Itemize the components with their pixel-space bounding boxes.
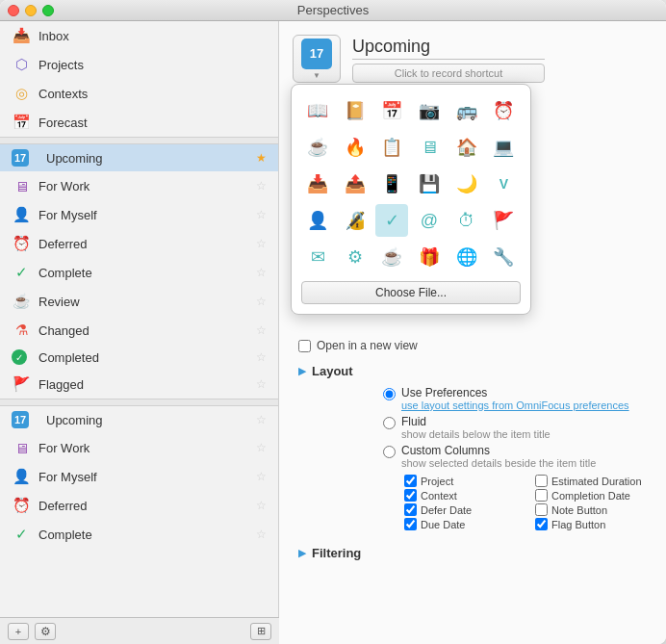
open-in-new-view-checkbox[interactable] [298, 340, 311, 352]
star-completed2[interactable]: ☆ [256, 350, 267, 364]
icon-cell-gift[interactable]: 🎁 [413, 241, 446, 273]
sidebar-item-inbox[interactable]: 📥 Inbox [0, 21, 278, 50]
close-button[interactable] [8, 5, 19, 16]
icon-cell-globe[interactable]: 🌐 [450, 241, 483, 273]
star-changed[interactable]: ☆ [256, 323, 267, 337]
star-deferred[interactable]: ☆ [256, 237, 267, 250]
star-forwork[interactable]: ☆ [256, 179, 267, 193]
sidebar-item-formyself[interactable]: 👤 For Myself ☆ [0, 200, 278, 229]
sidebar-item-formyself2[interactable]: 👤 For Myself ☆ [0, 462, 278, 491]
icon-cell-laptop[interactable]: 💻 [487, 131, 520, 164]
minimize-button[interactable] [25, 5, 37, 16]
star-review[interactable]: ☆ [256, 295, 267, 308]
sidebar-label-flagged: Flagged [38, 377, 256, 392]
sidebar-item-review[interactable]: ☕ Review ☆ [0, 287, 278, 316]
traffic-lights [8, 5, 54, 16]
icon-cell-house[interactable]: 🏠 [450, 131, 483, 164]
sidebar-item-upcoming2[interactable]: 17 Upcoming ☆ [0, 406, 278, 433]
icon-cell-at[interactable]: @ [413, 204, 446, 237]
icon-cell-lock[interactable]: 🔏 [339, 204, 371, 237]
icon-cell-book[interactable]: 📖 [301, 94, 334, 127]
sidebar-item-changed[interactable]: ⚗ Changed ☆ [0, 316, 278, 345]
icon-cell-phone[interactable]: 📱 [375, 167, 408, 200]
perspective-icon-button[interactable]: 17 ▼ [293, 35, 341, 83]
col-defer-row: Defer Date [404, 503, 516, 516]
icon-cell-mug[interactable]: ☕ [301, 131, 334, 164]
open-in-new-view-label: Open in a new view [317, 339, 418, 352]
icon-cell-check[interactable]: ✓ [375, 204, 408, 237]
icon-cell-flame[interactable]: 🔥 [339, 131, 371, 164]
sidebar-item-flagged[interactable]: 🚩 Flagged ☆ [0, 370, 278, 399]
col-project-checkbox[interactable] [404, 475, 417, 487]
star-complete[interactable]: ☆ [256, 266, 267, 279]
icon-cell-flag[interactable]: 🚩 [487, 204, 520, 237]
star-deferred2[interactable]: ☆ [256, 499, 267, 512]
icon-cell-alarm[interactable]: ⏰ [487, 94, 520, 127]
sidebar-item-forwork[interactable]: 🖥 For Work ☆ [0, 171, 278, 200]
sidebar-item-contexts[interactable]: ◎ Contexts [0, 79, 278, 108]
shortcut-button[interactable]: Click to record shortcut [352, 64, 545, 83]
star-formyself[interactable]: ☆ [256, 208, 267, 221]
icon-cell-monitor[interactable]: 🖥 [413, 131, 446, 164]
icon-cell-bus[interactable]: 🚌 [450, 94, 483, 127]
icon-cell-floppy[interactable]: 💾 [413, 167, 446, 200]
icon-cell-person[interactable]: 👤 [301, 204, 334, 237]
col-due-checkbox[interactable] [404, 518, 417, 530]
sidebar-item-complete2[interactable]: ✓ Complete ☆ [0, 520, 278, 549]
icon-cell-envelope[interactable]: ✉ [301, 241, 334, 273]
star-forwork2[interactable]: ☆ [256, 441, 267, 454]
settings-perspective-button[interactable]: ⚙ [35, 623, 56, 640]
icon-cell-calendar[interactable]: 📅 [375, 94, 408, 127]
choose-file-button[interactable]: Choose File... [301, 281, 521, 304]
sidebar-item-forecast[interactable]: 📅 Forecast [0, 108, 278, 137]
layout-triangle-icon[interactable]: ▶ [298, 365, 306, 377]
icon-cell-inbox[interactable]: 📥 [301, 167, 334, 200]
icon-cell-gear[interactable]: ⚙ [339, 241, 371, 273]
star-flagged[interactable]: ☆ [256, 377, 267, 391]
sidebar-label-contexts: Contexts [38, 87, 267, 101]
col-flag-row: Flag Button [535, 518, 647, 530]
icon-cell-moon[interactable]: 🌙 [450, 167, 483, 200]
fluid-radio[interactable] [383, 417, 396, 429]
star-complete2[interactable]: ☆ [256, 528, 267, 541]
col-flag-checkbox[interactable] [535, 518, 548, 530]
star-formyself2[interactable]: ☆ [256, 470, 267, 483]
icon-cell-tools[interactable]: 🔧 [487, 241, 520, 273]
col-completion-checkbox[interactable] [535, 489, 548, 502]
open-in-new-view-row: Open in a new view [298, 339, 647, 352]
sidebar-label-deferred2: Deferred [38, 499, 256, 513]
sidebar-item-upcoming[interactable]: 17 Upcoming ★ [0, 144, 278, 171]
col-defer-checkbox[interactable] [404, 503, 417, 516]
col-context-checkbox[interactable] [404, 489, 417, 502]
col-project-row: Project [404, 475, 516, 487]
custom-columns-label: Custom Columns [401, 444, 596, 457]
custom-columns-radio[interactable] [383, 446, 396, 458]
layout-section-header: ▶ Layout [298, 364, 647, 378]
col-note-label: Note Button [551, 504, 607, 516]
icon-cell-notebook[interactable]: 📔 [339, 94, 371, 127]
sidebar-label-complete2: Complete [38, 528, 256, 542]
star-upcoming[interactable]: ★ [256, 151, 267, 165]
perspective-name-input[interactable] [352, 35, 545, 60]
col-estimated-checkbox[interactable] [535, 475, 548, 487]
use-preferences-radio[interactable] [383, 388, 396, 400]
sidebar-item-projects[interactable]: ⬡ Projects [0, 50, 278, 79]
window-perspective-button[interactable]: ⊞ [250, 623, 271, 640]
sidebar-item-forwork2[interactable]: 🖥 For Work ☆ [0, 433, 278, 462]
add-perspective-button[interactable]: + [8, 623, 29, 640]
icon-cell-clipboard[interactable]: 📋 [375, 131, 408, 164]
icon-cell-clock[interactable]: ⏱ [450, 204, 483, 237]
maximize-button[interactable] [42, 5, 54, 16]
col-note-checkbox[interactable] [535, 503, 548, 516]
icon-cell-coffee[interactable]: ☕ [375, 241, 408, 273]
sidebar-item-deferred2[interactable]: ⏰ Deferred ☆ [0, 491, 278, 520]
star-upcoming2[interactable]: ☆ [256, 413, 267, 426]
sidebar-item-complete[interactable]: ✓ Complete ☆ [0, 258, 278, 287]
use-preferences-desc[interactable]: use layout settings from OmniFocus prefe… [401, 399, 629, 411]
icon-cell-v[interactable]: V [487, 167, 520, 200]
icon-cell-camera[interactable]: 📷 [413, 94, 446, 127]
sidebar-item-deferred[interactable]: ⏰ Deferred ☆ [0, 229, 278, 258]
icon-cell-outbox[interactable]: 📤 [339, 167, 371, 200]
sidebar-item-completed2[interactable]: ✓ Completed ☆ [0, 345, 278, 370]
filtering-triangle-icon[interactable]: ▶ [298, 547, 306, 559]
